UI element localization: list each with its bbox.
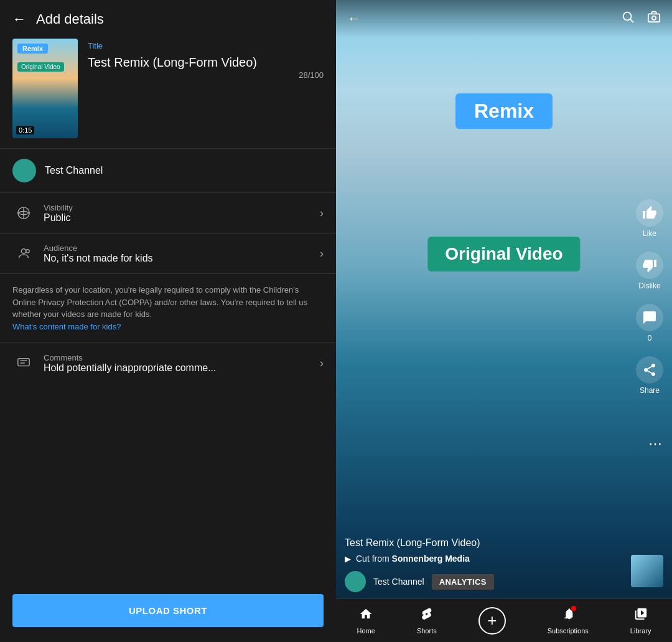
visibility-value: Public (44, 212, 320, 224)
nav-library[interactable]: Library (630, 607, 651, 635)
svg-point-3 (26, 250, 29, 253)
visibility-row[interactable]: Visibility Public › (0, 193, 336, 234)
cut-from-channel: Sonnenberg Media (392, 554, 470, 564)
dislike-label: Dislike (638, 281, 660, 290)
title-label: Title (88, 41, 324, 50)
bottom-nav: Home Shorts + Subscriptions Library (336, 598, 672, 642)
dislike-action[interactable]: Dislike (636, 252, 663, 290)
comments-text: Comments Hold potentially inappropriate … (44, 353, 320, 374)
add-icon: + (487, 611, 497, 630)
right-header: ← (336, 0, 672, 37)
comments-label: Comments (44, 353, 320, 362)
cut-from-text: Cut from Sonnenberg Media (356, 554, 470, 564)
comments-icon (12, 352, 35, 374)
like-action[interactable]: Like (636, 199, 663, 238)
video-thumbnail: Remix Original Video 0:15 (12, 39, 78, 138)
upload-short-button[interactable]: UPLOAD SHORT (12, 594, 324, 627)
home-icon (359, 607, 373, 625)
audience-value: No, it's not made for kids (44, 253, 320, 264)
more-button[interactable]: ⋯ (648, 436, 663, 452)
coppa-section: Regardless of your location, you're lega… (0, 274, 336, 342)
video-preview-panel: ← Remix Original Video Like Dislike (336, 0, 672, 642)
comments-value: Hold potentially inappropriate comme... (44, 362, 320, 374)
svg-rect-9 (648, 14, 660, 22)
video-title: Test Remix (Long-Form Video) (88, 54, 324, 70)
video-bottom-title: Test Remix (Long-Form Video) (345, 537, 628, 549)
mini-thumbnail (631, 555, 663, 587)
library-icon (634, 607, 648, 625)
channel-row: Test Channel (0, 149, 336, 193)
side-actions: Like Dislike 0 Share (636, 199, 663, 395)
svg-point-2 (21, 249, 26, 253)
coppa-text: Regardless of your location, you're lega… (12, 285, 307, 319)
remix-overlay: Remix (455, 93, 553, 129)
right-back-button[interactable]: ← (347, 11, 361, 27)
home-label: Home (357, 627, 375, 635)
channel-avatar (12, 159, 36, 182)
subscriptions-label: Subscriptions (548, 627, 589, 635)
share-icon (636, 356, 663, 384)
nav-home[interactable]: Home (357, 607, 375, 635)
svg-line-8 (630, 19, 633, 22)
library-label: Library (630, 627, 651, 635)
share-label: Share (640, 386, 660, 395)
coppa-link[interactable]: What's content made for kids? (12, 322, 121, 331)
visibility-chevron: › (320, 207, 324, 220)
comments-count: 0 (648, 334, 652, 342)
upload-btn-container: UPLOAD SHORT (0, 584, 336, 642)
page-title: Add details (36, 11, 104, 27)
video-info-bottom: Test Remix (Long-Form Video) ▶ Cut from … (345, 537, 628, 592)
like-icon (636, 199, 663, 227)
right-header-left: ← (347, 11, 361, 27)
channel-name-bottom: Test Channel (373, 577, 424, 587)
audience-icon (12, 242, 35, 265)
shorts-icon (420, 607, 434, 625)
analytics-button[interactable]: ANALYTICS (432, 574, 494, 590)
left-header: ← Add details (0, 0, 336, 39)
video-meta: Title Test Remix (Long-Form Video) 28/10… (88, 39, 324, 82)
audience-label: Audience (44, 243, 320, 253)
comments-action[interactable]: 0 (636, 304, 663, 342)
play-icon: ▶ (345, 554, 351, 564)
right-header-right (621, 10, 661, 27)
channel-name: Test Channel (45, 165, 103, 176)
video-background (336, 0, 672, 598)
video-duration: 0:15 (16, 126, 34, 135)
svg-point-10 (652, 16, 656, 20)
char-count: 28/100 (299, 70, 324, 82)
remix-badge: Remix (17, 44, 48, 54)
video-info-row: Remix Original Video 0:15 Title Test Rem… (0, 39, 336, 149)
svg-rect-4 (18, 359, 29, 366)
visibility-icon (12, 202, 35, 224)
comments-row[interactable]: Comments Hold potentially inappropriate … (0, 342, 336, 383)
shorts-label: Shorts (417, 627, 437, 635)
channel-row-bottom: Test Channel ANALYTICS (345, 571, 628, 592)
subscriptions-icon (561, 607, 575, 625)
notification-badge (571, 606, 576, 611)
visibility-text: Visibility Public (44, 203, 320, 224)
comments-chevron: › (320, 357, 324, 370)
original-badge: Original Video (17, 62, 64, 72)
audience-text: Audience No, it's not made for kids (44, 243, 320, 264)
dislike-icon (636, 252, 663, 279)
nav-shorts[interactable]: Shorts (417, 607, 437, 635)
original-overlay: Original Video (427, 237, 580, 271)
channel-avatar-bottom (345, 571, 366, 592)
like-label: Like (643, 229, 656, 238)
search-button[interactable] (621, 10, 635, 27)
nav-add-button[interactable]: + (478, 607, 506, 635)
camera-button[interactable] (647, 10, 661, 27)
cut-from-row: ▶ Cut from Sonnenberg Media (345, 554, 628, 564)
back-button[interactable]: ← (12, 11, 26, 27)
svg-point-7 (623, 12, 632, 21)
nav-subscriptions[interactable]: Subscriptions (548, 607, 589, 635)
visibility-label: Visibility (44, 203, 320, 212)
audience-row[interactable]: Audience No, it's not made for kids › (0, 234, 336, 274)
add-details-panel: ← Add details Remix Original Video 0:15 … (0, 0, 336, 642)
comments-action-icon (636, 304, 663, 331)
audience-chevron: › (320, 247, 324, 260)
share-action[interactable]: Share (636, 356, 663, 395)
